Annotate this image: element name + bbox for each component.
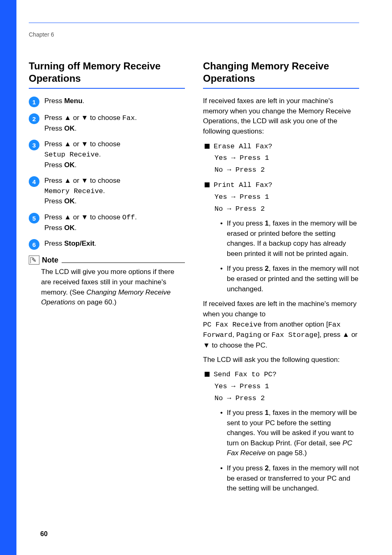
bold: OK: [64, 197, 75, 205]
list-item: •If you press 2, faxes in the memory wil…: [220, 264, 359, 294]
lcd-option-yes: Yes → Press 1: [214, 191, 359, 203]
content-area: Chapter 6 Turning off Memory Receive Ope…: [29, 0, 359, 555]
square-bullet-icon: [205, 144, 210, 149]
section-heading-left: Turning off Memory Receive Operations: [29, 60, 185, 85]
lcd-text: Send Fax to PC?: [214, 369, 277, 381]
text: If you press: [227, 464, 265, 472]
header-rule: [29, 23, 359, 23]
step-3: 3 Press ▲ or ▼ to choose Setup Receive. …: [29, 139, 185, 170]
text: Press: [44, 124, 64, 132]
text: on page 58.): [265, 449, 307, 457]
step-number-badge: 1: [29, 97, 39, 107]
lcd-option-no: No → Press 2: [214, 203, 359, 215]
text: Press: [44, 197, 64, 205]
step-body: Press ▲ or ▼ to choose Fax. Press OK.: [44, 113, 137, 134]
step-body: Press ▲ or ▼ to choose Off. Press OK.: [44, 212, 137, 233]
mono-text: Paging: [236, 331, 261, 339]
heading-rule: [29, 88, 185, 89]
key: 2: [265, 464, 269, 472]
text: Press ▲ or ▼ to choose: [44, 177, 120, 184]
text: If received faxes are left in the machin…: [203, 300, 357, 318]
text: on page 60.): [75, 298, 116, 306]
text: Press ▲ or ▼ to choose: [44, 140, 120, 148]
bullet-dot-icon: •: [220, 219, 223, 259]
bullet-dot-icon: •: [220, 463, 223, 494]
paragraph: The LCD will ask you the following quest…: [203, 355, 359, 365]
list-item: •If you press 2, faxes in the memory wil…: [220, 463, 359, 494]
bold: OK: [64, 124, 75, 132]
note-body: The LCD will give you more options if th…: [41, 267, 185, 308]
lcd-question-1: Erase All Fax? Yes → Press 1 No → Press …: [205, 141, 359, 177]
note-title: Note: [42, 256, 58, 265]
text: .: [75, 224, 77, 232]
mono-text: Memory Receive: [44, 187, 103, 195]
note-icon: ✎: [29, 256, 39, 265]
text: If you press: [227, 265, 265, 272]
bullet-dot-icon: •: [220, 264, 223, 294]
text: .: [75, 161, 77, 169]
lcd-text: Print All Fax?: [214, 180, 272, 191]
bold: OK: [64, 161, 75, 169]
list-item: •If you press 1, faxes in the memory wil…: [220, 408, 359, 458]
text: .: [99, 150, 101, 158]
step-number-badge: 6: [29, 239, 39, 250]
bullet-group: •If you press 1, faxes in the memory wil…: [213, 408, 359, 494]
text: If you press: [227, 219, 265, 227]
step-number-badge: 5: [29, 213, 39, 223]
step-body: Press Stop/Exit.: [44, 239, 97, 250]
square-bullet-icon: [205, 182, 210, 187]
text: .: [95, 240, 97, 247]
bullet-group: •If you press 1, faxes in the memory wil…: [213, 219, 359, 294]
text: ,: [232, 331, 236, 339]
lcd-option-no: No → Press 2: [214, 393, 359, 405]
note-heading: ✎ Note: [29, 256, 185, 265]
step-number-badge: 2: [29, 113, 39, 124]
bold: Stop/Exit: [64, 240, 95, 247]
mono-text: Off: [122, 214, 135, 221]
text: Press: [44, 97, 64, 105]
step-1: 1 Press Menu.: [29, 96, 185, 107]
mono-text: Fax: [122, 114, 135, 122]
step-body: Press ▲ or ▼ to choose Memory Receive. P…: [44, 176, 120, 207]
text: If you press: [227, 409, 265, 417]
step-6: 6 Press Stop/Exit.: [29, 239, 185, 250]
step-number-badge: 3: [29, 140, 39, 150]
square-bullet-icon: [205, 372, 210, 377]
text: .: [83, 97, 85, 105]
lcd-question-3: Send Fax to PC? Yes → Press 1 No → Press…: [205, 369, 359, 405]
bold: OK: [64, 224, 75, 232]
text: .: [75, 124, 77, 132]
step-2: 2 Press ▲ or ▼ to choose Fax. Press OK.: [29, 113, 185, 134]
key: 2: [265, 265, 269, 272]
text: Press ▲ or ▼ to choose: [44, 213, 122, 221]
left-column: Turning off Memory Receive Operations 1 …: [29, 60, 185, 499]
text: Press ▲ or ▼ to choose: [44, 114, 122, 122]
two-column-layout: Turning off Memory Receive Operations 1 …: [29, 60, 359, 499]
note-rule: [62, 263, 185, 263]
text: .: [135, 213, 137, 221]
lcd-text: Erase All Fax?: [214, 141, 272, 153]
text: from another option [: [262, 320, 328, 328]
mono-text: PC Fax Receive: [203, 321, 262, 329]
paragraph: If received faxes are left in the machin…: [203, 299, 359, 350]
page-number: 60: [40, 530, 48, 538]
step-body: Press ▲ or ▼ to choose Setup Receive. Pr…: [44, 139, 120, 170]
lcd-question-2: Print All Fax? Yes → Press 1 No → Press …: [205, 180, 359, 215]
text: .: [75, 197, 77, 205]
section-heading-right: Changing Memory Receive Operations: [203, 60, 359, 85]
key: 1: [265, 409, 269, 417]
mono-text: Setup Receive: [44, 151, 99, 159]
lcd-option-yes: Yes → Press 1: [214, 152, 359, 164]
step-5: 5 Press ▲ or ▼ to choose Off. Press OK.: [29, 212, 185, 233]
text: .: [135, 114, 137, 122]
bold: Menu: [64, 97, 82, 105]
text: Press: [44, 240, 64, 247]
text: Press: [44, 161, 64, 169]
text: .: [103, 187, 105, 195]
paragraph: If received faxes are left in your machi…: [203, 96, 359, 137]
lcd-option-yes: Yes → Press 1: [214, 381, 359, 393]
text: Press: [44, 224, 64, 232]
key: 1: [265, 219, 269, 227]
bullet-dot-icon: •: [220, 408, 223, 458]
right-column: Changing Memory Receive Operations If re…: [203, 60, 359, 499]
